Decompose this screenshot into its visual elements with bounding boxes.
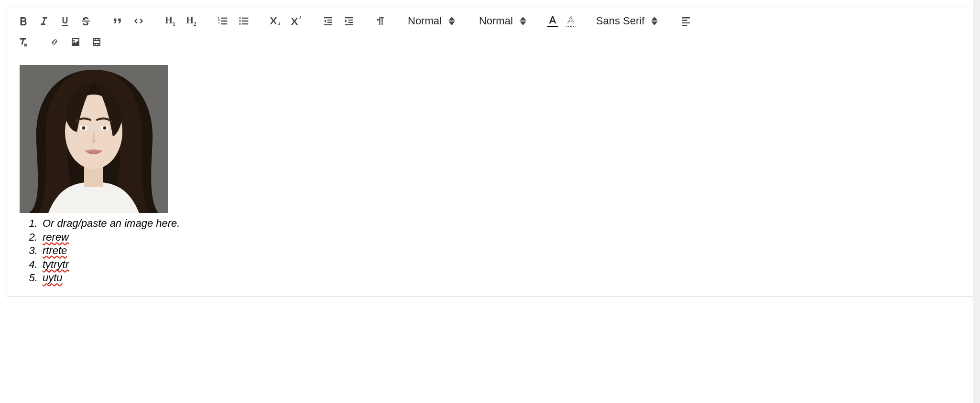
- header-picker[interactable]: Normal: [403, 12, 458, 30]
- indent-button[interactable]: [340, 12, 358, 30]
- text-color-button[interactable]: [545, 14, 560, 28]
- group-direction: [371, 12, 390, 30]
- video-button[interactable]: [87, 33, 106, 51]
- blockquote-button[interactable]: [109, 12, 127, 30]
- svg-point-0: [239, 17, 240, 19]
- subscript-button[interactable]: [266, 12, 284, 30]
- svg-point-9: [103, 127, 107, 130]
- svg-point-2: [239, 23, 240, 24]
- outdent-button[interactable]: [319, 12, 337, 30]
- group-clean: [14, 33, 32, 51]
- h2-icon: H2: [186, 15, 196, 28]
- italic-button[interactable]: [35, 12, 53, 30]
- group-colors: [545, 14, 578, 28]
- group-script: [266, 12, 305, 30]
- text-color-bar: [547, 26, 558, 27]
- toolbar: H1 H2: [7, 7, 973, 57]
- font-picker[interactable]: Sans Serif: [591, 12, 661, 30]
- ordered-list[interactable]: Or drag/paste an image here. rerew rtret…: [30, 217, 960, 285]
- group-indent: [319, 12, 358, 30]
- group-headers: H1 H2: [161, 12, 200, 30]
- ordered-list-button[interactable]: [214, 12, 232, 30]
- size-picker-label: Normal: [476, 15, 520, 27]
- bg-color-button[interactable]: [564, 14, 578, 28]
- scrollbar-track[interactable]: [973, 0, 980, 304]
- align-button[interactable]: [677, 12, 695, 30]
- chevron-updown-icon: [651, 17, 658, 25]
- direction-button[interactable]: [371, 12, 390, 30]
- superscript-button[interactable]: [287, 12, 305, 30]
- editor-container: H1 H2: [7, 7, 973, 297]
- list-item[interactable]: rtrete: [41, 244, 960, 258]
- h1-icon: H1: [165, 15, 175, 28]
- group-lists: [214, 12, 253, 30]
- image-button[interactable]: [66, 33, 85, 51]
- size-picker[interactable]: Normal: [474, 12, 529, 30]
- link-button[interactable]: [45, 33, 64, 51]
- header2-button[interactable]: H2: [182, 12, 200, 30]
- chevron-updown-icon: [520, 17, 526, 25]
- strike-button[interactable]: [77, 12, 95, 30]
- group-header-picker: Normal: [403, 12, 461, 30]
- bold-button[interactable]: [14, 12, 32, 30]
- list-item[interactable]: rerew: [41, 231, 960, 244]
- header-picker-label: Normal: [405, 15, 448, 27]
- group-align: [677, 12, 695, 30]
- list-item[interactable]: uytu: [41, 271, 960, 285]
- clean-format-button[interactable]: [14, 33, 32, 51]
- chevron-updown-icon: [448, 17, 455, 25]
- header1-button[interactable]: H1: [161, 12, 179, 30]
- svg-point-8: [82, 127, 86, 130]
- font-picker-label: Sans Serif: [593, 15, 652, 27]
- underline-button[interactable]: [56, 12, 74, 30]
- svg-point-1: [239, 20, 240, 21]
- group-size-picker: Normal: [474, 12, 532, 30]
- list-item[interactable]: tytrytr: [41, 258, 960, 272]
- bg-color-bar: [566, 26, 576, 27]
- embedded-image[interactable]: [20, 65, 168, 213]
- code-block-button[interactable]: [130, 12, 148, 30]
- group-inline: [14, 12, 95, 30]
- editor-content[interactable]: Or drag/paste an image here. rerew rtret…: [7, 57, 973, 297]
- group-block: [109, 12, 148, 30]
- group-font-picker: Sans Serif: [591, 12, 664, 30]
- bullet-list-button[interactable]: [235, 12, 253, 30]
- group-media: [45, 33, 106, 51]
- list-item[interactable]: Or drag/paste an image here.: [41, 217, 960, 231]
